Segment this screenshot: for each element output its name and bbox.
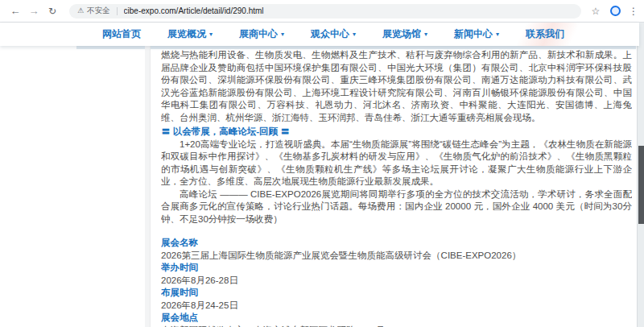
section-heading-venue: 展会地点 — [161, 312, 632, 325]
back-icon[interactable]: ← — [8, 6, 23, 16]
chevron-down-icon: ▾ — [209, 31, 213, 38]
section-body-setup-dates: 2026年8月24-25日 — [161, 300, 632, 313]
paragraph-exhibitors: 燃烧与热能利用设备、生物质发电、生物燃料及生产技术、秸秆与废弃物综合利用的新产品… — [161, 49, 632, 124]
browser-toolbar: ← → ↻ ⚠ 不安全 cibe-expo.com/Article/detail… — [0, 0, 644, 23]
section-body-venue: 上海新国际博览中心（上海市浦东新区区龙阳路2345号） — [161, 325, 632, 327]
nav-item-label: 展览场馆 — [382, 27, 421, 41]
section-heading-expo-dates: 举办时间 — [161, 262, 632, 275]
section-body-expo-name: 2026第三届上海国际生物质能源产业展览会暨生物质能高级研讨会（CIBE-EXP… — [161, 250, 632, 263]
address-bar[interactable]: ⚠ 不安全 cibe-expo.com/Article/detail/id/29… — [69, 4, 581, 19]
bookmark-star-icon[interactable]: ☆ — [589, 6, 602, 16]
nav-item-venue[interactable]: 展览场馆 ▾ — [382, 27, 427, 41]
paragraph-forum-theme: 1+20高端专业论坛，打造视听盛典。本届“生物质能源展”将围绕“碳链生态峰会”为… — [161, 139, 632, 188]
nav-item-label: 观众中心 — [311, 27, 349, 41]
nav-item-label: 新闻中心 — [454, 27, 493, 41]
scrollbar[interactable] — [637, 23, 644, 327]
article-content: 燃烧与热能利用设备、生物质发电、生物燃料及生产技术、秸秆与废弃物综合利用的新产品… — [161, 46, 632, 327]
info-sections: 展会名称 2026第三届上海国际生物质能源产业展览会暨生物质能高级研讨会（CIB… — [161, 237, 632, 327]
nav-item-home[interactable]: 网站首页 — [102, 27, 141, 41]
section-banner-heading: 〓 以会带展，高峰论坛-回顾 〓 — [161, 126, 632, 139]
paragraph-forum-fees: 高峰论坛 ——— CIBE-EXPO2026展览期间将同期举行多项的全方位的技术… — [161, 188, 632, 226]
nav-item-label: 展览概况 — [167, 27, 206, 41]
site-nav: 网站首页 展览概况 ▾ 展商中心 ▾ 观众中心 ▾ 展览场馆 ▾ 新闻中心 ▾ … — [0, 23, 639, 46]
omnibox-divider — [117, 7, 118, 15]
nav-item-contact[interactable]: 联系我们 — [526, 27, 564, 41]
nav-item-visitor-center[interactable]: 观众中心 ▾ — [311, 27, 356, 41]
forward-icon[interactable]: → — [27, 6, 41, 16]
nav-item-exhibitor-center[interactable]: 展商中心 ▾ — [239, 27, 284, 41]
nav-item-overview[interactable]: 展览概况 ▾ — [167, 27, 213, 41]
nav-item-label: 网站首页 — [102, 27, 141, 41]
section-heading-setup-dates: 布展时间 — [161, 287, 632, 300]
nav-item-label: 联系我们 — [526, 27, 564, 41]
chevron-down-icon: ▾ — [424, 31, 427, 38]
page-margin-edge — [145, 46, 151, 327]
scrollbar-thumb[interactable] — [638, 146, 644, 224]
nav-item-news-center[interactable]: 新闻中心 ▾ — [454, 27, 499, 41]
security-label: 不安全 — [87, 6, 110, 16]
url-text: cibe-expo.com/Article/detail/id/290.html — [124, 6, 264, 15]
section-heading-expo-name: 展会名称 — [161, 237, 632, 250]
chevron-down-icon: ▾ — [281, 31, 284, 38]
nav-item-label: 展商中心 — [239, 27, 278, 41]
not-secure-warning-icon: ⚠ — [77, 7, 84, 14]
reload-icon[interactable]: ↻ — [45, 6, 60, 16]
profile-avatar[interactable] — [610, 6, 621, 16]
chevron-down-icon: ▾ — [353, 31, 356, 38]
browser-window: ← → ↻ ⚠ 不安全 cibe-expo.com/Article/detail… — [0, 0, 644, 327]
chevron-down-icon: ▾ — [496, 31, 499, 38]
section-body-expo-dates: 2026年8月26-28日 — [161, 275, 632, 288]
browser-menu-icon[interactable]: ⋮ — [628, 6, 639, 16]
